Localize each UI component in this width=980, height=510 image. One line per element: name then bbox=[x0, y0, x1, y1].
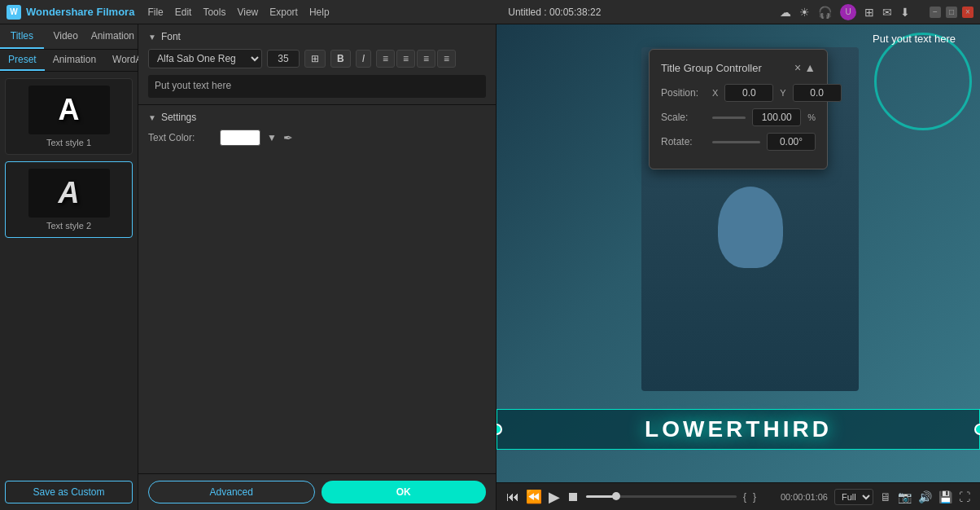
camera-icon[interactable]: 📷 bbox=[898, 490, 912, 503]
main-tabs: Titles Video Animation bbox=[0, 24, 138, 50]
edit-panel: ▼ Font Alfa Sab One Reg ⊞ B I ≡ ≡ ≡ ≡ Pu… bbox=[138, 24, 497, 510]
style-item-1[interactable]: A Text style 1 bbox=[5, 78, 133, 155]
tc-header: Title Group Controller × ▲ bbox=[661, 61, 816, 74]
align-left-button[interactable]: ≡ bbox=[376, 50, 395, 68]
menu-edit[interactable]: Edit bbox=[175, 7, 192, 18]
rotate-slider[interactable] bbox=[712, 141, 760, 143]
expand-icon[interactable]: ⛶ bbox=[959, 490, 970, 503]
rotate-input[interactable] bbox=[767, 133, 816, 151]
tc-close-button[interactable]: × ▲ bbox=[794, 61, 816, 74]
topbar-icons: ☁ ☀ 🎧 U ⊞ ✉ ⬇ bbox=[780, 4, 910, 20]
progress-handle[interactable] bbox=[612, 492, 620, 500]
handle-left[interactable] bbox=[497, 424, 502, 435]
close-button[interactable]: × bbox=[962, 7, 973, 18]
align-right-button[interactable]: ≡ bbox=[417, 50, 435, 68]
settings-arrow-icon: ▼ bbox=[148, 113, 156, 122]
app-logo: W bbox=[7, 5, 21, 20]
handle-right[interactable] bbox=[974, 424, 980, 435]
color-dropper-button[interactable]: ✒ bbox=[283, 131, 293, 144]
scale-unit: % bbox=[807, 112, 816, 122]
mail-icon[interactable]: ✉ bbox=[882, 6, 892, 19]
font-arrow-icon: ▼ bbox=[148, 33, 156, 42]
volume-icon[interactable]: 🔊 bbox=[918, 490, 932, 503]
play-button[interactable]: ▶ bbox=[549, 488, 560, 506]
grid-icon[interactable]: ⊞ bbox=[864, 6, 874, 19]
left-panel: Titles Video Animation Preset Animation … bbox=[0, 24, 138, 510]
bottom-actions: Advanced OK bbox=[138, 473, 496, 510]
y-label: Y bbox=[780, 88, 785, 98]
align-justify-button[interactable]: ≡ bbox=[437, 50, 456, 68]
playback-icons: 🖥 📷 🔊 💾 ⛶ bbox=[880, 490, 970, 503]
ok-button[interactable]: OK bbox=[322, 481, 487, 503]
rotate-row: Rotate: bbox=[661, 133, 816, 151]
text-color-row: Text Color: ▼ ✒ bbox=[148, 130, 486, 146]
menu-help[interactable]: Help bbox=[309, 7, 330, 18]
main-area: Titles Video Animation Preset Animation … bbox=[0, 24, 980, 510]
settings-label: Settings bbox=[161, 112, 196, 123]
menu-tools[interactable]: Tools bbox=[203, 7, 225, 18]
curly-brace-right[interactable]: } bbox=[753, 491, 756, 503]
lowerthird-bar: LOWERTHIRD bbox=[497, 409, 980, 450]
cloud-icon[interactable]: ☁ bbox=[780, 6, 791, 19]
position-x-input[interactable] bbox=[724, 84, 773, 102]
position-y-input[interactable] bbox=[793, 84, 842, 102]
text-color-label: Text Color: bbox=[148, 132, 213, 143]
person-silhouette bbox=[718, 187, 783, 268]
maximize-button[interactable]: □ bbox=[946, 7, 957, 18]
font-grid-button[interactable]: ⊞ bbox=[304, 50, 326, 68]
skip-back-button[interactable]: ⏮ bbox=[506, 490, 519, 504]
style-preview-2: A bbox=[28, 169, 110, 218]
style-name-1: Text style 1 bbox=[46, 138, 91, 147]
stop-button[interactable]: ⏹ bbox=[567, 490, 580, 504]
tab-video[interactable]: Video bbox=[44, 24, 88, 49]
styles-list: A Text style 1 A Text style 2 bbox=[0, 72, 138, 474]
color-dropdown-icon[interactable]: ▼ bbox=[267, 132, 277, 143]
window-controls: − □ × bbox=[930, 7, 973, 18]
font-controls: Alfa Sab One Reg ⊞ B I ≡ ≡ ≡ ≡ bbox=[148, 49, 486, 68]
style-item-2[interactable]: A Text style 2 bbox=[5, 161, 133, 238]
x-label: X bbox=[712, 88, 718, 98]
minimize-button[interactable]: − bbox=[930, 7, 941, 18]
app-brand: W Wondershare Filmora bbox=[7, 5, 134, 20]
font-section-header[interactable]: ▼ Font bbox=[148, 31, 486, 42]
stab-animation[interactable]: Animation bbox=[45, 50, 104, 71]
font-size-input[interactable] bbox=[267, 50, 300, 68]
italic-button[interactable]: I bbox=[356, 50, 371, 68]
scale-label: Scale: bbox=[661, 112, 706, 123]
text-color-swatch[interactable] bbox=[220, 130, 260, 146]
advanced-button[interactable]: Advanced bbox=[148, 481, 315, 503]
text-preview[interactable]: Put yout text here bbox=[148, 75, 486, 98]
style-name-2: Text style 2 bbox=[46, 221, 91, 231]
font-label: Font bbox=[161, 31, 181, 42]
scale-input[interactable] bbox=[752, 108, 801, 126]
stab-preset[interactable]: Preset bbox=[0, 50, 45, 71]
title-group-controller: Title Group Controller × ▲ Position: X Y… bbox=[649, 49, 828, 169]
tab-animation[interactable]: Animation bbox=[88, 24, 138, 49]
settings-section-header[interactable]: ▼ Settings bbox=[148, 112, 486, 123]
monitor-icon[interactable]: 🖥 bbox=[880, 490, 891, 503]
tc-title: Title Group Controller bbox=[661, 62, 762, 74]
download-icon[interactable]: ⬇ bbox=[900, 6, 910, 19]
curly-brace-left[interactable]: { bbox=[743, 491, 746, 503]
quality-select[interactable]: Full 1/2 1/4 bbox=[834, 489, 873, 505]
progress-bar[interactable] bbox=[586, 495, 737, 498]
sun-icon[interactable]: ☀ bbox=[799, 6, 810, 19]
preview-panel: Title Group Controller × ▲ Position: X Y… bbox=[497, 24, 980, 510]
lowerthird-text: LOWERTHIRD bbox=[645, 416, 832, 442]
font-family-select[interactable]: Alfa Sab One Reg bbox=[148, 49, 262, 68]
align-center-button[interactable]: ≡ bbox=[396, 50, 415, 68]
step-back-button[interactable]: ⏪ bbox=[526, 489, 542, 504]
menu-file[interactable]: File bbox=[147, 7, 163, 18]
save-icon[interactable]: 💾 bbox=[938, 490, 952, 503]
scale-slider[interactable] bbox=[712, 117, 746, 119]
headphone-icon[interactable]: 🎧 bbox=[818, 6, 832, 19]
menu-bar: File Edit Tools View Export Help bbox=[147, 7, 329, 18]
bold-button[interactable]: B bbox=[330, 50, 351, 68]
align-buttons: ≡ ≡ ≡ ≡ bbox=[376, 50, 456, 68]
menu-export[interactable]: Export bbox=[269, 7, 298, 18]
tab-titles[interactable]: Titles bbox=[0, 24, 44, 49]
app-name: Wondershare Filmora bbox=[26, 6, 134, 18]
menu-view[interactable]: View bbox=[237, 7, 258, 18]
save-custom-button[interactable]: Save as Custom bbox=[5, 481, 133, 503]
user-avatar[interactable]: U bbox=[840, 4, 856, 20]
